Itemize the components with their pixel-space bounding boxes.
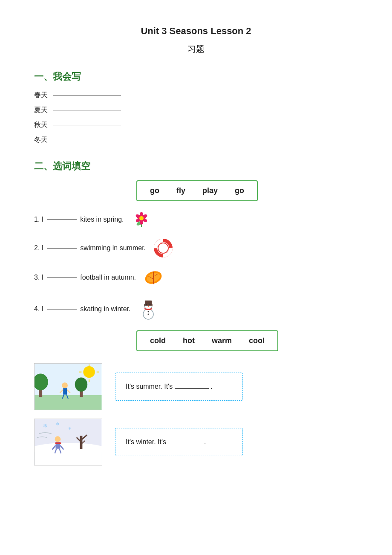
sentence-4: 4. I skating in winter. — [34, 296, 358, 322]
svg-point-23 — [149, 304, 150, 306]
svg-point-22 — [146, 304, 147, 306]
word-box-2: cold hot warm cool — [136, 330, 278, 351]
section-two-title: 二、选词填空 — [34, 160, 358, 173]
svg-rect-56 — [55, 442, 61, 444]
word-hot: hot — [183, 336, 195, 345]
svg-text:❄: ❄ — [43, 423, 47, 429]
sentence-1-blank[interactable] — [47, 219, 77, 220]
sentence-1-num: 1. I — [34, 216, 43, 223]
write-blank-3[interactable] — [53, 125, 121, 125]
word-play: play — [202, 186, 218, 195]
svg-point-54 — [55, 436, 61, 442]
write-blank-2[interactable] — [53, 110, 121, 110]
sentence-1: 1. I kites in spring. — [34, 210, 358, 229]
svg-point-25 — [147, 311, 149, 312]
ring-icon — [152, 237, 175, 259]
winter-answer-box: It's winter. It's . — [115, 428, 243, 457]
sub-title: 习题 — [34, 43, 358, 55]
svg-rect-20 — [145, 301, 152, 305]
winter-answer-text: It's winter. It's — [126, 438, 168, 445]
word-cool: cool — [249, 336, 265, 345]
summer-answer-box: It's summer. It's . — [115, 373, 243, 401]
sentence-3-blank[interactable] — [47, 278, 77, 278]
sentence-1-text: kites in spring. — [80, 216, 124, 223]
svg-point-12 — [159, 244, 167, 252]
sentence-4-blank[interactable] — [47, 309, 77, 309]
write-blank-4[interactable] — [53, 140, 121, 140]
svg-point-28 — [83, 366, 95, 378]
svg-text:❄: ❄ — [56, 422, 59, 426]
svg-point-26 — [147, 314, 149, 315]
section-one-title: 一、我会写 — [34, 70, 358, 83]
sentence-2-text: swimming in summer. — [80, 244, 146, 252]
write-label-2: 夏天 — [34, 106, 51, 115]
winter-answer-period: . — [204, 438, 206, 445]
summer-answer-blank[interactable] — [175, 388, 209, 389]
svg-rect-33 — [35, 395, 101, 410]
svg-point-46 — [34, 443, 102, 455]
write-line-2: 夏天 — [34, 106, 358, 115]
word-box-1: go fly play go — [136, 180, 258, 201]
write-label-1: 春天 — [34, 91, 51, 100]
scene-row-1: It's summer. It's . — [34, 363, 358, 410]
sentence-4-text: skating in winter. — [80, 305, 130, 313]
svg-rect-47 — [80, 436, 82, 449]
main-title: Unit 3 Seasons Lesson 2 — [34, 26, 358, 37]
sentence-3-num: 3. I — [34, 274, 43, 281]
winter-answer-blank[interactable] — [168, 444, 202, 444]
svg-text:❄: ❄ — [68, 427, 71, 431]
section-two: 二、选词填空 go fly play go 1. I kites in spri… — [34, 160, 358, 465]
summer-answer-period: . — [210, 383, 212, 390]
summer-scene-image — [34, 363, 102, 410]
sentence-3-text: football in autumn. — [80, 274, 136, 281]
word-cold: cold — [150, 336, 166, 345]
write-label-4: 冬天 — [34, 136, 51, 145]
sentence-2: 2. I swimming in summer. — [34, 237, 358, 259]
summer-answer-text: It's summer. It's — [126, 383, 175, 390]
svg-rect-21 — [144, 304, 153, 306]
snowman-icon — [137, 296, 160, 322]
sentence-2-num: 2. I — [34, 244, 43, 252]
write-line-3: 秋天 — [34, 121, 358, 130]
word-go2: go — [235, 186, 244, 195]
word-warm: warm — [212, 336, 232, 345]
word-go1: go — [150, 186, 159, 195]
write-label-3: 秋天 — [34, 121, 51, 130]
sentence-2-blank[interactable] — [47, 248, 77, 249]
word-fly: fly — [176, 186, 185, 195]
write-blank-1[interactable] — [53, 95, 121, 95]
write-line-1: 春天 — [34, 91, 358, 100]
sentence-4-num: 4. I — [34, 305, 43, 313]
scene-row-2: ❄ ❄ ❄ It's winter. It's . — [34, 419, 358, 465]
winter-scene-image: ❄ ❄ ❄ — [34, 419, 102, 465]
svg-point-38 — [62, 382, 68, 388]
section-one: 一、我会写 春天 夏天 秋天 冬天 — [34, 70, 358, 145]
svg-point-37 — [75, 377, 87, 391]
sentence-3: 3. I football in autumn. — [34, 267, 358, 288]
svg-rect-39 — [63, 388, 67, 395]
svg-point-8 — [139, 216, 144, 220]
leaf-icon — [142, 267, 165, 288]
flower-icon — [130, 210, 153, 229]
write-line-4: 冬天 — [34, 136, 358, 145]
